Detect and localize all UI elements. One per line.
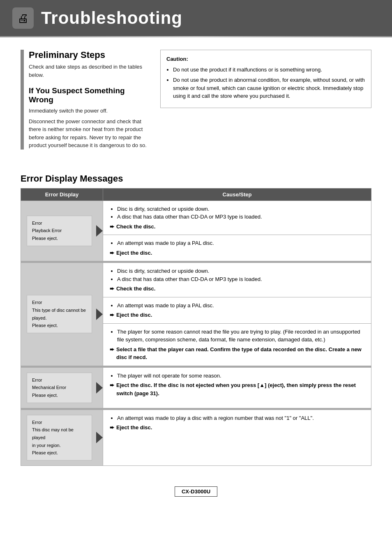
display-line: This disc may not be played bbox=[32, 426, 87, 441]
error-table: Error Display Cause/Step Error Playback … bbox=[21, 188, 371, 466]
table-row: ErrorThis type of disc cannot be played.… bbox=[21, 263, 371, 297]
cause-step-text: Eject the disc. If the disc is not eject… bbox=[116, 381, 364, 397]
display-line: Error bbox=[32, 419, 87, 426]
cause-step-text: Check the disc. bbox=[116, 223, 155, 231]
cause-cell: Disc is dirty, scratched or upside down.… bbox=[103, 263, 371, 297]
col-header-display: Error Display bbox=[21, 188, 103, 200]
display-line: in your region. bbox=[32, 442, 87, 449]
main-content: Preliminary Steps Check and take steps a… bbox=[0, 37, 392, 162]
cause-cell: Disc is dirty, scratched or upside down.… bbox=[103, 200, 371, 235]
error-section-title: Error Display Messages bbox=[21, 173, 371, 184]
suspect-title: If You Suspect Something Wrong bbox=[29, 86, 148, 104]
cause-bullet: An attempt was made to play a PAL disc. bbox=[117, 302, 364, 310]
table-row: Error Mechanical Error Please eject.The … bbox=[21, 367, 371, 408]
display-line: Playback Error bbox=[32, 227, 87, 235]
display-cell: ErrorThis type of disc cannot be played.… bbox=[21, 263, 103, 366]
caution-item-2: Do not use the product in abnormal condi… bbox=[173, 76, 365, 100]
display-line: Please eject. bbox=[32, 449, 87, 457]
display-cell: Error Playback Error Please eject. bbox=[21, 200, 103, 261]
display-line: Mechanical Error bbox=[32, 384, 87, 391]
cause-arrow-icon: ➨ bbox=[110, 285, 114, 293]
cause-arrow-icon: ➨ bbox=[110, 424, 114, 432]
cause-bullet: The player for some reason cannot read t… bbox=[117, 328, 364, 344]
preliminary-body: Check and take steps as described in the… bbox=[29, 63, 148, 79]
cause-step-text: Eject the disc. bbox=[116, 424, 152, 432]
cause-step-text: Eject the disc. bbox=[116, 311, 152, 319]
cause-cell: The player will not operate for some rea… bbox=[103, 367, 371, 408]
right-column: Caution: Do not use the product if it ma… bbox=[160, 50, 371, 150]
cause-arrow-icon: ➨ bbox=[110, 223, 114, 231]
cause-arrow-icon: ➨ bbox=[110, 249, 114, 257]
display-cell: ErrorThis disc may not be played in your… bbox=[21, 410, 103, 465]
caution-box: Caution: Do not use the product if it ma… bbox=[160, 50, 371, 108]
display-line: Error bbox=[32, 219, 87, 227]
page-title: Troubleshooting bbox=[41, 8, 182, 28]
cause-bullet: An attempt was made to play a disc with … bbox=[117, 414, 364, 422]
cause-cell: An attempt was made to play a PAL disc.➨… bbox=[103, 235, 371, 261]
display-line: Please eject. bbox=[32, 235, 87, 242]
display-line: Error bbox=[32, 299, 87, 306]
cause-arrow-icon: ➨ bbox=[110, 311, 114, 319]
caution-item-1: Do not use the product if it malfunction… bbox=[173, 66, 365, 74]
cause-cell: The player for some reason cannot read t… bbox=[103, 323, 371, 366]
preliminary-title: Preliminary Steps bbox=[29, 50, 148, 60]
display-line: This type of disc cannot be played. bbox=[32, 306, 87, 322]
model-badge: CX-D3000U bbox=[175, 486, 217, 497]
cause-step-text: Select a file that the player can read. … bbox=[116, 345, 364, 362]
display-line: Please eject. bbox=[32, 322, 87, 329]
row-arrow-icon bbox=[96, 382, 103, 394]
table-row: Error Playback Error Please eject.Disc i… bbox=[21, 200, 371, 235]
prelim-content: Preliminary Steps Check and take steps a… bbox=[29, 50, 148, 150]
suspect-body2: Disconnect the power connector and check… bbox=[29, 117, 148, 150]
header-icon: 🖨 bbox=[12, 7, 34, 29]
cause-bullet: A disc that has data other than CD-DA or… bbox=[117, 275, 364, 283]
col-header-cause: Cause/Step bbox=[103, 188, 371, 200]
cause-arrow-icon: ➨ bbox=[110, 381, 114, 389]
row-arrow-icon bbox=[96, 225, 103, 237]
row-arrow-icon bbox=[96, 309, 103, 320]
cause-bullet: Disc is dirty, scratched or upside down. bbox=[117, 267, 364, 275]
table-row: ErrorThis disc may not be played in your… bbox=[21, 410, 371, 465]
left-column: Preliminary Steps Check and take steps a… bbox=[21, 50, 148, 150]
cause-cell: An attempt was made to play a disc with … bbox=[103, 410, 371, 465]
caution-list: Do not use the product if it malfunction… bbox=[166, 66, 365, 100]
error-messages-section: Error Display Messages Error Display Cau… bbox=[0, 173, 392, 466]
accent-bar bbox=[21, 50, 24, 150]
cause-step-text: Eject the disc. bbox=[116, 249, 152, 257]
cause-bullet: A disc that has data other than CD-DA or… bbox=[117, 213, 364, 221]
display-cell: Error Mechanical Error Please eject. bbox=[21, 367, 103, 408]
cause-bullet: The player will not operate for some rea… bbox=[117, 372, 364, 380]
cause-bullet: An attempt was made to play a PAL disc. bbox=[117, 239, 364, 247]
preliminary-section: Preliminary Steps Check and take steps a… bbox=[21, 50, 148, 150]
cause-arrow-icon: ➨ bbox=[110, 345, 114, 354]
display-line: Error bbox=[32, 376, 87, 384]
row-arrow-icon bbox=[96, 432, 103, 443]
suspect-body1: Immediately switch the power off. bbox=[29, 107, 148, 115]
cause-step-text: Check the disc. bbox=[116, 285, 155, 293]
caution-label: Caution: bbox=[166, 55, 365, 63]
cause-cell: An attempt was made to play a PAL disc.➨… bbox=[103, 297, 371, 323]
page-header: 🖨 Troubleshooting bbox=[0, 0, 392, 36]
page-footer: CX-D3000U bbox=[0, 482, 392, 501]
display-line: Please eject. bbox=[32, 391, 87, 399]
cause-bullet: Disc is dirty, scratched or upside down. bbox=[117, 205, 364, 213]
